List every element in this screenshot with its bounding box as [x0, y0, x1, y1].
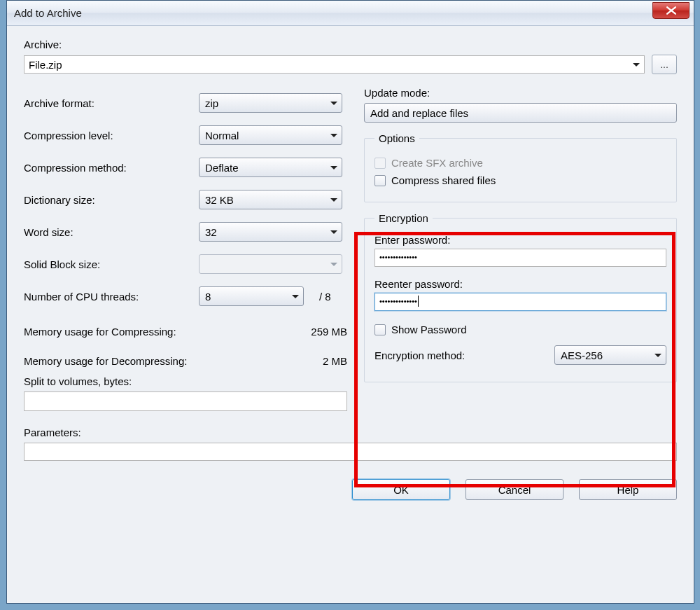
- chevron-down-icon: [633, 63, 640, 67]
- close-button[interactable]: [652, 2, 690, 19]
- right-column: Update mode: Add and replace files Optio…: [364, 87, 677, 411]
- archive-format-dropdown[interactable]: zip: [199, 93, 342, 113]
- solid-block-label: Solid Block size:: [24, 258, 199, 270]
- parameters-label: Parameters:: [24, 427, 677, 438]
- sfx-checkbox: [374, 158, 386, 169]
- cancel-button[interactable]: Cancel: [465, 479, 564, 500]
- dropdown-value: 32: [205, 226, 217, 238]
- archive-format-label: Archive format:: [24, 97, 199, 109]
- dropdown-value: Deflate: [205, 162, 239, 174]
- compression-level-dropdown[interactable]: Normal: [199, 125, 342, 145]
- button-bar: OK Cancel Help: [24, 479, 677, 500]
- archive-name-dropdown[interactable]: File.zip: [24, 55, 645, 74]
- titlebar: Add to Archive: [7, 1, 694, 26]
- chevron-down-icon: [654, 354, 662, 357]
- help-button[interactable]: Help: [579, 479, 677, 500]
- compression-level-label: Compression level:: [24, 130, 199, 141]
- options-legend: Options: [374, 132, 419, 144]
- password-mask: ••••••••••••••: [379, 253, 417, 261]
- browse-button[interactable]: ...: [652, 55, 677, 74]
- show-password-label: Show Password: [391, 324, 467, 335]
- dropdown-value: 8: [205, 291, 211, 303]
- split-volumes-dropdown[interactable]: [24, 391, 347, 411]
- word-size-label: Word size:: [24, 226, 199, 238]
- show-password-checkbox[interactable]: [374, 324, 386, 335]
- dropdown-value: Add and replace files: [370, 107, 468, 119]
- ok-button[interactable]: OK: [352, 479, 450, 500]
- dictionary-size-label: Dictionary size:: [24, 194, 199, 206]
- update-mode-dropdown[interactable]: Add and replace files: [364, 103, 677, 123]
- chevron-down-icon: [292, 295, 299, 298]
- reenter-password-input[interactable]: ••••••••••••••: [374, 293, 666, 311]
- cpu-threads-max: / 8: [319, 291, 331, 303]
- chevron-down-icon: [330, 102, 337, 105]
- enter-password-input[interactable]: ••••••••••••••: [374, 249, 666, 267]
- dropdown-value: 32 KB: [205, 194, 234, 206]
- chevron-down-icon: [330, 230, 337, 234]
- dialog-content: Archive: File.zip ... Archive format: zi…: [7, 26, 694, 603]
- word-size-dropdown[interactable]: 32: [199, 222, 342, 242]
- close-icon: [666, 6, 676, 15]
- button-label: OK: [393, 484, 409, 496]
- text-cursor-icon: [418, 296, 419, 307]
- mem-decompress-label: Memory usage for Decompressing:: [24, 355, 291, 367]
- cpu-threads-dropdown[interactable]: 8: [199, 286, 304, 306]
- chevron-down-icon: [330, 198, 337, 202]
- mem-compress-value: 259 MB: [291, 326, 347, 338]
- left-column: Archive format: zip Compression level: N…: [24, 87, 347, 411]
- archive-name-value: File.zip: [29, 59, 62, 71]
- password-mask: ••••••••••••••: [379, 297, 417, 305]
- chevron-down-icon: [330, 263, 337, 266]
- ellipsis-icon: ...: [660, 59, 668, 70]
- split-volumes-label: Split to volumes, bytes:: [24, 375, 132, 387]
- mem-decompress-value: 2 MB: [291, 355, 347, 367]
- update-mode-label: Update mode:: [364, 87, 430, 99]
- sfx-label: Create SFX archive: [391, 157, 483, 169]
- dropdown-value: Normal: [205, 130, 239, 141]
- options-group: Options Create SFX archive Compress shar…: [364, 132, 677, 202]
- archive-label: Archive:: [24, 39, 62, 50]
- dropdown-value: zip: [205, 97, 218, 109]
- compression-method-label: Compression method:: [24, 162, 199, 174]
- dropdown-value: AES-256: [561, 349, 603, 361]
- button-label: Help: [617, 484, 639, 496]
- chevron-down-icon: [330, 134, 337, 137]
- encryption-method-label: Encryption method:: [374, 349, 554, 361]
- encryption-method-dropdown[interactable]: AES-256: [554, 345, 666, 365]
- enter-password-label: Enter password:: [374, 234, 450, 246]
- shared-checkbox[interactable]: [374, 175, 386, 186]
- dialog-window: Add to Archive Archive: File.zip ... Arc…: [6, 0, 694, 604]
- solid-block-dropdown: [199, 254, 342, 274]
- dictionary-size-dropdown[interactable]: 32 KB: [199, 190, 342, 209]
- chevron-down-icon: [330, 166, 337, 169]
- encryption-legend: Encryption: [374, 212, 433, 224]
- shared-label: Compress shared files: [391, 174, 496, 186]
- reenter-password-label: Reenter password:: [374, 278, 463, 290]
- parameters-input[interactable]: [24, 443, 677, 461]
- compression-method-dropdown[interactable]: Deflate: [199, 158, 342, 177]
- button-label: Cancel: [498, 484, 531, 496]
- encryption-group: Encryption Enter password: •••••••••••••…: [364, 212, 677, 382]
- mem-compress-label: Memory usage for Compressing:: [24, 326, 291, 338]
- window-title: Add to Archive: [14, 7, 82, 19]
- cpu-threads-label: Number of CPU threads:: [24, 291, 199, 303]
